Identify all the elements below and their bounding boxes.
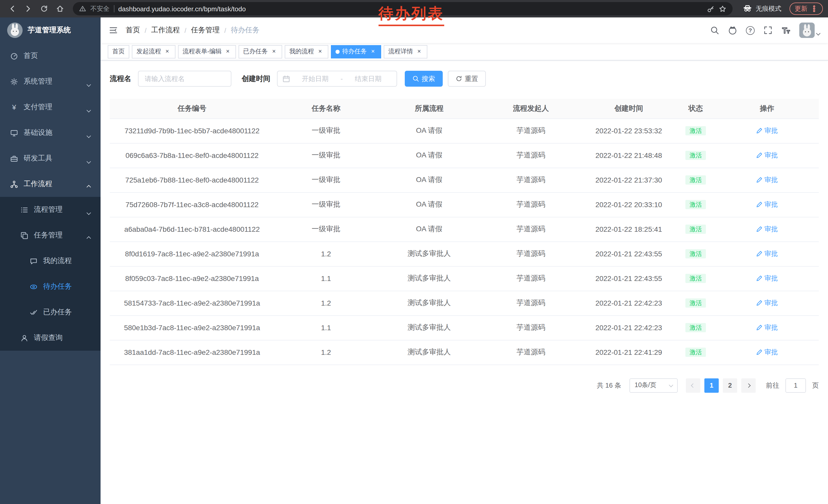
- cell-task-name: 一级审批: [274, 119, 378, 143]
- filter-bar: 流程名 请输入流程名 创建时间 开始日期 - 结束日期: [110, 71, 819, 87]
- browser-home-icon[interactable]: [53, 2, 67, 16]
- search-icon[interactable]: [710, 26, 719, 35]
- sidebar-item-home[interactable]: 首页: [0, 43, 100, 69]
- approve-link[interactable]: 审批: [756, 151, 778, 160]
- approve-link[interactable]: 审批: [756, 299, 778, 308]
- sidebar-item-leave-query[interactable]: 请假查询: [0, 325, 100, 351]
- tab-done-tasks[interactable]: 已办任务 ×: [239, 45, 282, 58]
- goto-page-input[interactable]: [785, 378, 806, 393]
- tab-process-form-edit[interactable]: 流程表单-编辑 ×: [178, 45, 236, 58]
- tab-todo-tasks[interactable]: 待办任务 ×: [331, 45, 381, 58]
- close-icon[interactable]: ×: [164, 48, 171, 55]
- sidebar-item-done-tasks[interactable]: 已办任务: [0, 300, 100, 325]
- approve-link[interactable]: 审批: [756, 249, 778, 259]
- process-name-input[interactable]: 请输入流程名: [138, 71, 232, 87]
- edit-pen-icon: [756, 300, 762, 306]
- task-table-body: 73211d9d-7b9b-11ec-b5b7-acde48001122 一级审…: [110, 119, 819, 365]
- header-task-name: 任务名称: [274, 99, 378, 119]
- tab-my-processes[interactable]: 我的流程 ×: [285, 45, 328, 58]
- url-text[interactable]: dashboard.yudao.iocoder.cn/bpm/task/todo: [118, 5, 246, 12]
- tab-process-detail[interactable]: 流程详情 ×: [384, 45, 427, 58]
- approve-link[interactable]: 审批: [756, 175, 778, 185]
- reset-button[interactable]: 重置: [448, 71, 486, 87]
- cell-process: 测试多审批人: [378, 291, 481, 315]
- cell-task-name: 一级审批: [274, 192, 378, 217]
- search-icon: [412, 75, 419, 82]
- cell-task-id: 069c6a63-7b8a-11ec-8ef0-acde48001122: [110, 143, 274, 168]
- edit-pen-icon: [756, 275, 762, 281]
- cell-initiator: 芋道源码: [481, 291, 581, 315]
- font-size-icon[interactable]: [781, 26, 791, 35]
- range-separator: -: [341, 75, 343, 83]
- cell-task-id: 580e1b3d-7ac8-11ec-a9e2-a2380e71991a: [110, 315, 274, 340]
- close-icon[interactable]: ×: [224, 48, 232, 55]
- bookmark-star-icon[interactable]: [719, 5, 727, 12]
- page-button-2[interactable]: 2: [723, 378, 737, 393]
- user-avatar[interactable]: [799, 22, 820, 38]
- table-row: 725a1eb6-7b88-11ec-8ef0-acde48001122 一级审…: [110, 168, 819, 192]
- question-icon[interactable]: ?: [746, 26, 755, 35]
- cell-initiator: 芋道源码: [481, 192, 581, 217]
- tab-start-process[interactable]: 发起流程 ×: [132, 45, 175, 58]
- cell-initiator: 芋道源码: [481, 217, 581, 241]
- approve-link[interactable]: 审批: [756, 274, 778, 283]
- address-bar[interactable]: 不安全 dashboard.yudao.iocoder.cn/bpm/task/…: [73, 2, 733, 15]
- cell-initiator: 芋道源码: [481, 168, 581, 192]
- sidebar-item-workflow[interactable]: 工作流程: [0, 171, 100, 197]
- close-icon[interactable]: ×: [271, 48, 278, 55]
- sidebar-item-task-management[interactable]: 任务管理: [0, 223, 100, 248]
- security-label[interactable]: 不安全: [90, 4, 110, 13]
- next-page-button[interactable]: [741, 378, 756, 393]
- approve-link[interactable]: 审批: [756, 126, 778, 135]
- collapse-sidebar-icon[interactable]: [109, 26, 118, 35]
- navbar-actions: ?: [710, 22, 820, 38]
- page-size-select[interactable]: 10条/页: [629, 378, 678, 393]
- sidebar-item-process-management[interactable]: 流程管理: [0, 197, 100, 223]
- search-button[interactable]: 搜索: [405, 71, 443, 87]
- sidebar-item-system[interactable]: 系统管理: [0, 69, 100, 94]
- breadcrumb-item-workflow[interactable]: 工作流程: [151, 26, 180, 35]
- toolbox-icon: [10, 154, 18, 162]
- breadcrumb-item-task-management[interactable]: 任务管理: [191, 26, 220, 35]
- sidebar-item-infra[interactable]: 基础设施: [0, 120, 100, 146]
- chevron-down-icon: [669, 383, 673, 387]
- tab-home[interactable]: 首页: [108, 45, 129, 58]
- password-key-icon[interactable]: [707, 5, 715, 12]
- approve-link[interactable]: 审批: [756, 348, 778, 357]
- date-range-picker[interactable]: 开始日期 - 结束日期: [277, 71, 397, 87]
- cell-created: 2022-01-22 18:25:41: [581, 217, 676, 241]
- close-icon[interactable]: ×: [369, 48, 377, 55]
- approve-link[interactable]: 审批: [756, 200, 778, 209]
- person-icon: [20, 334, 28, 342]
- breadcrumb-item-home[interactable]: 首页: [126, 26, 140, 35]
- sidebar-item-my-processes[interactable]: 我的流程: [0, 248, 100, 274]
- approve-link[interactable]: 审批: [756, 323, 778, 332]
- edit-pen-icon: [756, 226, 762, 232]
- page-button-1[interactable]: 1: [704, 378, 719, 393]
- approve-link[interactable]: 审批: [756, 225, 778, 234]
- browser-forward-icon[interactable]: [21, 2, 35, 16]
- cell-created: 2022-01-21 22:41:29: [581, 340, 676, 365]
- prev-page-button[interactable]: [686, 378, 700, 393]
- end-date-placeholder: 结束日期: [345, 74, 391, 83]
- update-label[interactable]: 更新: [795, 4, 808, 13]
- omnibox-divider: [114, 5, 114, 12]
- fullscreen-icon[interactable]: [763, 26, 773, 35]
- browser-update-chip[interactable]: 更新: [790, 3, 823, 15]
- sidebar-item-payment[interactable]: ¥ 支付管理: [0, 94, 100, 120]
- close-icon[interactable]: ×: [317, 48, 324, 55]
- edit-pen-icon: [756, 201, 762, 208]
- sidebar-item-devtools[interactable]: 研发工具: [0, 146, 100, 171]
- cell-task-id: 73211d9d-7b9b-11ec-b5b7-acde48001122: [110, 119, 274, 143]
- status-badge: 激活: [686, 126, 706, 135]
- screen: 不安全 dashboard.yudao.iocoder.cn/bpm/task/…: [0, 0, 828, 504]
- sidebar-item-todo-tasks[interactable]: 待办任务: [0, 274, 100, 300]
- browser-reload-icon[interactable]: [37, 2, 51, 16]
- edit-pen-icon: [756, 325, 762, 331]
- menu-dots-icon[interactable]: [811, 5, 818, 12]
- github-icon[interactable]: [728, 26, 737, 35]
- chevron-down-icon: [87, 156, 90, 165]
- browser-back-icon[interactable]: [5, 2, 19, 16]
- app-logo[interactable]: 芋道管理系统: [0, 17, 100, 43]
- close-icon[interactable]: ×: [416, 48, 423, 55]
